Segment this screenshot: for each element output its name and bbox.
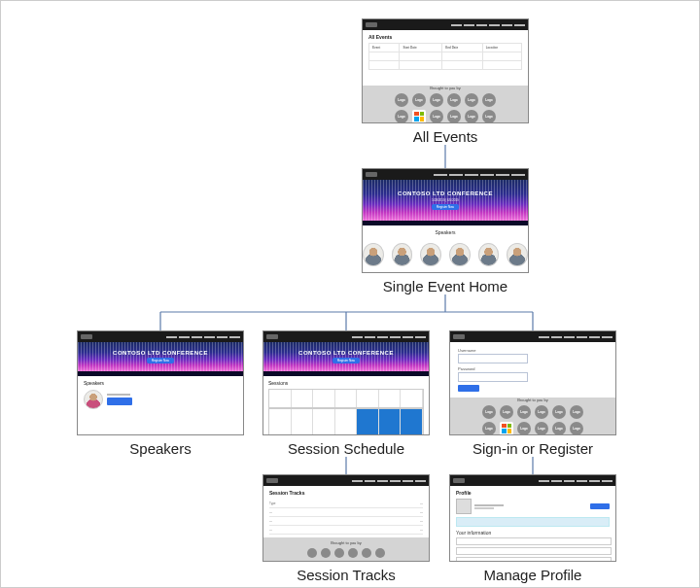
sponsors-strip: Brought to you by Logo Logo Logo Logo Lo…	[450, 398, 615, 434]
nav-bar	[263, 331, 429, 342]
hero-title: CONTOSO LTD CONFERENCE	[398, 190, 493, 196]
microsoft-logo-icon	[412, 110, 426, 123]
thumb-manage-profile: Profile Your information	[449, 474, 616, 562]
microsoft-logo-icon	[500, 422, 513, 435]
avatar-icon	[392, 243, 413, 266]
col-3: Location	[482, 44, 521, 52]
thumb-session-tracks: Session Tracks Type— —— —— —— Brought to…	[262, 474, 430, 562]
node-session-tracks[interactable]: Session Tracks Type— —— —— —— Brought to…	[262, 474, 430, 584]
brand-icon	[81, 334, 92, 339]
caption-speakers: Speakers	[77, 440, 244, 458]
brand-icon	[453, 478, 465, 483]
avatar-icon	[456, 499, 472, 514]
sponsor-logo: Logo	[430, 93, 443, 107]
password-label: Password	[458, 366, 608, 371]
caption-session-tracks: Session Tracks	[262, 567, 430, 584]
brand-icon	[366, 172, 377, 177]
speaker-card	[84, 390, 237, 409]
nav-bar	[450, 331, 615, 342]
password-field[interactable]	[458, 372, 528, 382]
nav-bar	[263, 475, 429, 486]
sponsors-strip: Brought to you by Logo Logo Logo Logo Lo…	[363, 86, 528, 122]
details-button[interactable]	[107, 398, 132, 405]
col-1: Start Date	[400, 44, 442, 52]
brand-icon	[366, 22, 377, 27]
session-block[interactable]	[357, 409, 379, 434]
node-single-event-home[interactable]: CONTOSO LTD CONFERENCE 5/28/2019 | 6/5/2…	[362, 168, 529, 295]
page-heading: All Events	[368, 34, 522, 40]
sponsor-logo	[375, 548, 385, 558]
save-button[interactable]	[590, 503, 610, 509]
thumb-sign-in: Username Password Brought to you by Logo…	[449, 330, 616, 435]
sponsors-heading: Brought to you by	[517, 398, 547, 402]
col-0: Event	[369, 44, 400, 52]
sponsor-logo	[348, 548, 358, 558]
thumb-speakers: CONTOSO LTD CONFERENCE Register Now Spea…	[77, 330, 244, 435]
sponsor-logo: Logo	[412, 93, 426, 107]
avatar-icon	[420, 243, 441, 266]
brand-icon	[266, 478, 278, 483]
node-all-events[interactable]: All Events Event Start Date End Date Loc…	[362, 18, 529, 146]
register-button[interactable]: Register Now	[147, 358, 174, 363]
sponsor-logo: Logo	[447, 110, 461, 123]
hero-subtitle: 5/28/2019 | 6/5/2019	[432, 198, 458, 202]
node-speakers[interactable]: CONTOSO LTD CONFERENCE Register Now Spea…	[77, 330, 244, 458]
profile-field[interactable]	[456, 537, 612, 545]
col-title: Type	[269, 502, 276, 505]
sponsor-logo: Logo	[570, 405, 583, 419]
hero-title: CONTOSO LTD CONFERENCE	[298, 350, 394, 356]
thumb-single-event-home: CONTOSO LTD CONFERENCE 5/28/2019 | 6/5/2…	[362, 168, 529, 273]
caption-single-event-home: Single Event Home	[362, 278, 529, 295]
schedule-data-row	[268, 408, 424, 435]
sponsor-logo	[321, 548, 331, 558]
caption-sign-in: Sign-in or Register	[449, 440, 616, 458]
brand-icon	[266, 334, 278, 339]
caption-all-events: All Events	[362, 128, 529, 146]
thumb-session-schedule: CONTOSO LTD CONFERENCE Register Now Sess…	[262, 330, 430, 435]
register-button[interactable]: Register Now	[432, 204, 459, 210]
sponsor-logo	[362, 548, 371, 558]
sign-in-button[interactable]	[458, 385, 479, 392]
sponsor-logo: Logo	[482, 405, 496, 419]
avatar-icon	[363, 243, 384, 266]
sponsor-logo: Logo	[465, 93, 478, 107]
session-block[interactable]	[401, 409, 423, 434]
sponsor-logo: Logo	[430, 110, 443, 123]
username-field[interactable]	[458, 354, 528, 363]
nav-bar	[363, 169, 528, 180]
profile-heading: Profile	[456, 490, 610, 496]
sponsor-logo: Logo	[447, 93, 461, 107]
sponsor-logo: Logo	[482, 93, 496, 107]
hero-banner: CONTOSO LTD CONFERENCE Register Now	[78, 342, 243, 376]
sponsors-strip: Brought to you by	[263, 537, 429, 561]
sponsor-logo: Logo	[482, 422, 496, 435]
node-sign-in[interactable]: Username Password Brought to you by Logo…	[449, 330, 616, 458]
sponsor-logo	[334, 548, 344, 558]
sponsor-logo	[307, 548, 317, 558]
username-label: Username	[458, 348, 608, 353]
speaker-avatars	[363, 235, 528, 266]
thumb-all-events: All Events Event Start Date End Date Loc…	[362, 18, 529, 123]
profile-field[interactable]	[456, 557, 612, 562]
sponsor-logo: Logo	[500, 405, 513, 419]
node-manage-profile[interactable]: Profile Your information Man	[449, 474, 616, 584]
schedule-header-row	[268, 389, 424, 408]
sponsor-logo: Logo	[465, 110, 478, 123]
hero-title: CONTOSO LTD CONFERENCE	[113, 350, 208, 356]
avatar-icon	[478, 243, 500, 266]
nav-bar	[450, 475, 615, 486]
register-button[interactable]: Register Now	[332, 358, 360, 363]
session-block[interactable]	[379, 409, 402, 434]
profile-field[interactable]	[456, 547, 612, 555]
sitemap-diagram: All Events Event Start Date End Date Loc…	[0, 0, 700, 588]
hero-banner: CONTOSO LTD CONFERENCE 5/28/2019 | 6/5/2…	[363, 180, 528, 225]
sponsor-logo: Logo	[552, 405, 566, 419]
section-title: Your information	[456, 530, 610, 536]
profile-user-row	[456, 499, 610, 514]
tracks-heading: Session Tracks	[269, 490, 423, 496]
node-session-schedule[interactable]: CONTOSO LTD CONFERENCE Register Now Sess…	[262, 330, 430, 458]
brand-icon	[453, 334, 465, 339]
speakers-heading: Speakers	[363, 225, 528, 235]
caption-manage-profile: Manage Profile	[449, 567, 616, 584]
sponsor-logo: Logo	[552, 422, 566, 435]
